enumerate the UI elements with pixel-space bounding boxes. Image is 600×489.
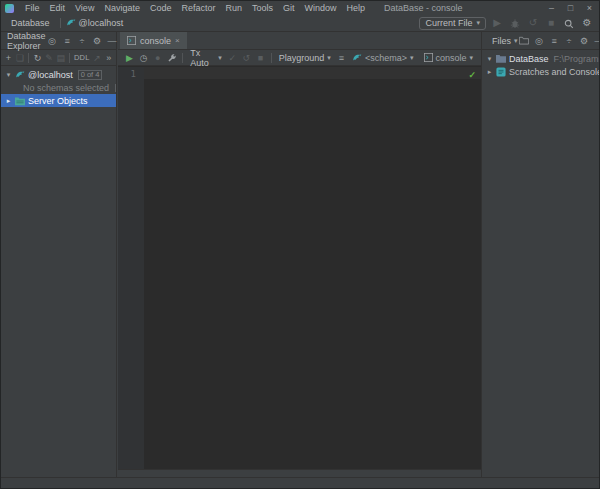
chevron-right-icon[interactable]: ▸ [5,97,12,105]
tree-row-no-schemas: No schemas selected ... [1,81,116,94]
explorer-tree: ▾ @localhost 0 of 4 No schemas selected … [1,66,116,107]
menu-window[interactable]: Window [300,3,342,13]
files-header-icons: ◎ ≡ ÷ ⚙ — [518,36,600,46]
connection-node-label: @localhost [28,70,73,80]
tree-row-scratches[interactable]: ▸ Scratches and Consoles [482,65,599,78]
search-everywhere-icon[interactable] [562,18,576,29]
menu-view[interactable]: View [70,3,99,13]
connection-breadcrumb[interactable]: @localhost [66,18,124,28]
minimize-button[interactable]: – [542,3,561,13]
commit-icon[interactable]: ✓ [227,53,238,63]
console-selector[interactable]: console ▾ [422,53,476,63]
app-icon [5,4,14,13]
select-schemas-button[interactable]: ... [115,84,116,92]
refresh-icon[interactable]: ↻ [32,53,43,63]
locate-icon[interactable]: ◎ [533,36,546,46]
terminate-icon[interactable]: ■ [255,53,266,63]
files-view-selector[interactable]: Files ▾ [492,36,518,46]
console-file-icon [424,53,433,62]
tree-row-server-objects[interactable]: ▸ Server Objects [1,94,116,107]
menu-file[interactable]: File [20,3,45,13]
filter-icon[interactable]: ÷ [563,36,576,46]
schema-selector[interactable]: <schema> ▾ [350,53,416,63]
chevron-down-icon: ▾ [470,54,474,62]
files-tree: ▾ DataBase F:\Programming\DataGripProj ▸… [482,50,599,78]
editor-tab-bar: console × [118,32,481,50]
tx-mode-selector[interactable]: Tx Auto ▾ [188,48,224,68]
run-coverage-icon[interactable]: ↺ [526,17,540,29]
options-gear-icon[interactable]: ⚙ [578,36,591,46]
playground-label: Playground [279,53,325,63]
wrench-icon[interactable] [166,52,177,63]
explorer-toolbar: + ❏ ↻ ✎ ▤ DDL ↗ » [1,50,116,66]
settings-gear-icon[interactable]: ⚙ [580,17,594,29]
tab-console[interactable]: console × [120,32,187,49]
editor-body[interactable]: 1 ✓ [118,67,481,469]
maximize-button[interactable]: □ [561,3,580,13]
mysql-dolphin-icon [352,53,362,63]
more-actions-icon[interactable]: » [103,53,114,63]
chevron-down-icon[interactable]: ▾ [5,71,12,79]
ddl-button[interactable]: DDL [73,53,91,62]
explorer-header-icons: ◎ ≡ ÷ ⚙ — [46,36,119,46]
menu-code[interactable]: Code [145,3,177,13]
history-icon[interactable]: ◷ [138,53,149,63]
filter-icon[interactable]: ÷ [76,36,89,46]
locate-icon[interactable]: ◎ [46,36,59,46]
database-explorer-header: Database Explorer ◎ ≡ ÷ ⚙ — [1,32,116,50]
tree-row-project-root[interactable]: ▾ DataBase F:\Programming\DataGripProj [482,52,599,65]
stop-icon[interactable]: ■ [544,17,558,29]
jump-to-console-icon[interactable]: ↗ [92,53,103,63]
new-item-icon[interactable]: + [3,53,14,63]
collapse-all-icon[interactable]: ≡ [548,36,561,46]
run-icon[interactable]: ▶ [490,17,504,29]
chevron-right-icon[interactable]: ▸ [486,68,493,76]
duplicate-icon[interactable]: ❏ [15,53,26,63]
menu-run[interactable]: Run [220,3,247,13]
rollback-icon[interactable]: ↺ [241,53,252,63]
stop-record-icon[interactable]: ● [152,53,163,63]
menu-navigate[interactable]: Navigate [99,3,145,13]
console-file-icon [127,36,136,45]
editor-toolbar-right: <schema> ▾ console ▾ [350,53,475,63]
menu-edit[interactable]: Edit [45,3,71,13]
ide-window: File Edit View Navigate Code Refactor Ru… [0,0,600,489]
execute-icon[interactable]: ▶ [124,53,135,63]
table-data-icon[interactable]: ▤ [55,53,66,63]
scratches-label: Scratches and Consoles [509,67,599,77]
toolbar-separator [182,53,183,63]
menu-tools[interactable]: Tools [247,3,278,13]
chevron-down-icon[interactable]: ▾ [486,55,493,63]
toolbar-separator [69,53,70,63]
files-panel: Files ▾ ◎ ≡ ÷ ⚙ — ▾ DataBase F:\Programm… [481,32,599,477]
database-explorer-title: Database Explorer [7,31,46,51]
playground-mode-selector[interactable]: Playground ▾ [277,53,333,63]
open-folder-icon[interactable] [518,36,531,45]
toolbar-right-group: Current File ▾ ▶ ↺ ■ ⚙ [419,17,594,30]
menu-git[interactable]: Git [278,3,300,13]
editor-bottom-strip[interactable] [118,469,481,477]
hide-panel-icon[interactable]: — [106,36,119,46]
caret-line-highlight [144,67,481,79]
menu-help[interactable]: Help [342,3,371,13]
schema-count-badge: 0 of 4 [78,70,103,80]
editor-gutter: 1 [118,67,144,469]
debug-icon[interactable] [508,17,522,29]
line-number: 1 [118,67,136,79]
output-options-icon[interactable]: ≡ [336,53,347,63]
menu-refactor[interactable]: Refactor [176,3,220,13]
collapse-all-icon[interactable]: ≡ [61,36,74,46]
run-config-selector[interactable]: Current File ▾ [419,17,486,30]
schema-selector-label: <schema> [365,53,407,63]
tree-row-connection[interactable]: ▾ @localhost 0 of 4 [1,68,116,81]
run-config-label: Current File [425,18,472,28]
close-tab-icon[interactable]: × [175,36,180,45]
close-button[interactable]: × [580,3,599,13]
modify-icon[interactable]: ✎ [44,53,55,63]
inspections-ok-icon[interactable]: ✓ [468,70,476,80]
project-widget[interactable]: Database [6,17,55,29]
chevron-down-icon: ▾ [476,19,480,27]
options-gear-icon[interactable]: ⚙ [91,36,104,46]
hide-panel-icon[interactable]: — [593,36,600,46]
folder-icon [496,54,506,63]
